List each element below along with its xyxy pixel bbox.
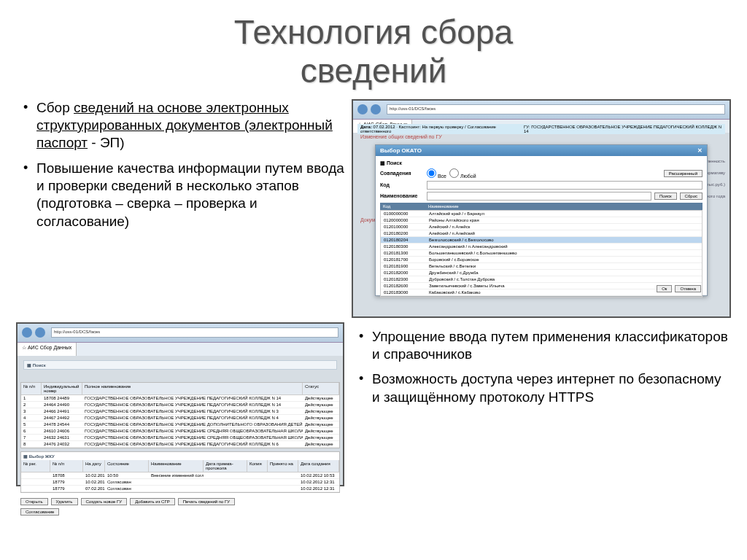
table-row[interactable]: 724632 24631ГОСУДАРСТВЕННОЕ ОБРАЗОВАТЕЛЬ… — [21, 435, 339, 441]
screenshot-okato: http://oss-01/DCS/faces ☆ АИС Сбор Данны… — [352, 99, 731, 318]
table-row[interactable]: 424467 24492ГОСУДАРСТВЕННОЕ ОБРАЗОВАТЕЛЬ… — [21, 415, 339, 421]
table-row[interactable]: 0120181700Боровский / с.Боровское — [381, 257, 702, 263]
bullet-item: Упрощение ввода путем применения классиф… — [357, 328, 731, 364]
table-row[interactable]: 224464 24490ГОСУДАРСТВЕННОЕ ОБРАЗОВАТЕЛЬ… — [21, 402, 339, 408]
browser-chrome: http://oss-01/DCS/faces — [18, 324, 343, 343]
browser-chrome: http://oss-01/DCS/faces — [353, 101, 729, 120]
back-icon[interactable] — [22, 327, 32, 338]
table-row[interactable]: 118708 24489ГОСУДАРСТВЕННОЕ ОБРАЗОВАТЕЛЬ… — [21, 395, 339, 402]
ok-btn[interactable]: Ок — [657, 285, 672, 292]
table-row[interactable]: 624610 24606ГОСУДАРСТВЕННОЕ ОБРАЗОВАТЕЛЬ… — [21, 428, 339, 435]
table-header: № п/пИндивидуальный номерПолное наименов… — [21, 383, 339, 395]
table-row[interactable]: 0120183200Кашинский / с.Кашино — [381, 296, 702, 298]
match-all-radio[interactable] — [427, 168, 436, 178]
table-row[interactable]: 0120181300Большепанюшевский / с.Большепа… — [381, 250, 702, 257]
fwd-icon[interactable] — [35, 327, 45, 338]
url-bar[interactable]: http://oss-01/DCS/faces — [51, 327, 338, 338]
action-button[interactable]: Согласование — [20, 508, 59, 516]
panel-title: Изменение общих сведений по ГУ — [357, 134, 725, 143]
table-row[interactable]: 0120182300Дубровский / с.Толстая Дуброва — [381, 276, 702, 283]
bullet-item: Сбор сведений на основе электронных стру… — [22, 99, 344, 152]
table-row[interactable]: 1870810.02.201210:50Внесение изменений с… — [21, 472, 339, 479]
bullets-top-left: Сбор сведений на основе электронных стру… — [16, 99, 344, 318]
action-button[interactable]: Печать сведений по ГУ — [178, 498, 235, 505]
screenshot-list: http://oss-01/DCS/faces ☆ АИС Сбор Данны… — [16, 322, 344, 486]
back-icon[interactable] — [357, 104, 368, 114]
close-icon[interactable]: ✕ — [697, 147, 703, 154]
table-row[interactable]: 1877910.02.2012Согласован10.02.2012 12:3… — [21, 479, 339, 486]
action-button[interactable]: Удалить — [51, 498, 78, 505]
bullet-item: Повышение качества информации путем ввод… — [22, 160, 344, 230]
slide-title: Технология сбора сведений — [0, 0, 747, 90]
name-input[interactable] — [427, 192, 651, 201]
table-row[interactable]: 0120182600Заветильичевский / с.Заветы Ил… — [381, 283, 702, 289]
action-button[interactable]: Открыть — [20, 498, 48, 505]
table-row[interactable]: 524478 24544ГОСУДАРСТВЕННОЕ ОБРАЗОВАТЕЛЬ… — [21, 421, 339, 428]
table-row[interactable]: 0120183000Кабаковский / с.Кабаково — [381, 289, 702, 296]
code-input[interactable] — [427, 181, 703, 190]
table-row[interactable]: 0120180200Алейский / п.Алейский — [381, 230, 702, 237]
bullets-bottom-right: Упрощение ввода путем применения классиф… — [352, 322, 731, 486]
grid-header: КодНаименование — [380, 203, 703, 210]
table-row[interactable]: 0120100000Алейский / п.Алейск — [381, 224, 702, 230]
table-row[interactable]: 0120180204Безголосовский / с.Безголосово — [381, 237, 702, 244]
table-row[interactable]: 324466 24491ГОСУДАРСТВЕННОЕ ОБРАЗОВАТЕЛЬ… — [21, 408, 339, 415]
browser-tab[interactable]: ☆ АИС Сбор Данных — [18, 343, 77, 356]
bullet-item: Возможность доступа через интернет по бе… — [357, 370, 731, 406]
match-any-radio[interactable] — [449, 168, 459, 178]
context-strip: Дата: 07.02.2012 · Кастпоинт: На первую … — [357, 124, 725, 134]
reset-btn[interactable]: Сброс — [680, 192, 703, 200]
url-bar[interactable]: http://oss-01/DCS/faces — [387, 104, 725, 114]
action-button[interactable]: Создать новое ГУ — [81, 498, 128, 505]
find-btn[interactable]: Поиск — [654, 192, 677, 200]
grid-body: 0100000000Алтайский край / г Барнаул0120… — [380, 210, 703, 298]
expand-btn[interactable]: Расширенный — [664, 170, 703, 177]
action-button[interactable]: Добавить из СГР — [130, 498, 175, 505]
table-row[interactable]: 0120182000Дружбинский / с.Дружба — [381, 270, 702, 276]
table-row[interactable]: 0120180300Александровский / п.Александро… — [381, 244, 702, 250]
table-row[interactable]: 824476 24032ГОСУДАРСТВЕННОЕ ОБРАЗОВАТЕЛЬ… — [21, 441, 339, 448]
okato-modal: Выбор ОКАТО✕ ▦ Поиск Совпадения Все Любо… — [375, 144, 708, 296]
table2-header: № рег.№ п/пНа датуСостояниеНаименованиеД… — [21, 460, 339, 472]
table-row[interactable]: 0100000000Алтайский край / г Барнаул — [381, 211, 702, 217]
table-row[interactable]: 1877907.02.2012Согласован10.02.2012 12:3… — [21, 486, 339, 492]
cancel-btn[interactable]: Отмена — [675, 285, 701, 292]
table-row[interactable]: 0120000000Районы Алтайского края — [381, 217, 702, 224]
table-row[interactable]: 0120181900Ветельский / с.Ветелки — [381, 263, 702, 270]
fwd-icon[interactable] — [371, 104, 381, 114]
